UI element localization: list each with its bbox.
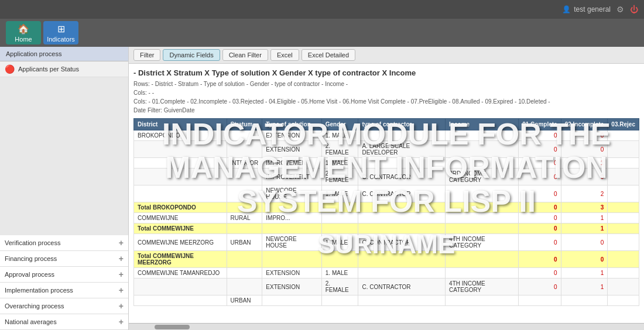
verification-label: Verification process — [5, 239, 119, 246]
sidebar-item-financing[interactable]: Financing process + — [0, 251, 128, 267]
table-cell — [446, 202, 519, 213]
table-cell — [134, 295, 227, 306]
approval-plus[interactable]: + — [119, 270, 124, 279]
report-header: - District X Stratum X Type of solution … — [133, 68, 639, 115]
table-cell: 1. MALE — [321, 130, 358, 141]
table-cell: C. CONTRACTOR — [358, 185, 446, 202]
table-cell — [262, 295, 321, 306]
username: test general — [574, 5, 611, 13]
table-cell: BROKOPONDO — [134, 130, 227, 141]
col-solution: Type of solution — [262, 119, 321, 130]
report-date-filter: Date Filter: GuivenDate — [133, 106, 639, 115]
home-label: Home — [15, 36, 32, 43]
table-cell — [358, 202, 446, 213]
table-cell: 0 — [561, 234, 608, 251]
indicators-label: Indicators — [47, 36, 75, 43]
excel-button[interactable]: Excel — [270, 49, 299, 61]
table-cell: NEWCORE HOUSE — [262, 185, 321, 202]
report-area[interactable]: - District X Stratum X Type of solution … — [129, 64, 644, 323]
table-cell — [227, 279, 262, 295]
table-cell — [608, 234, 639, 251]
navbar: 🏠 Home ⊞ Indicators — [0, 19, 644, 47]
home-button[interactable]: 🏠 Home — [6, 21, 41, 44]
sidebar-item-national[interactable]: National averages + — [0, 314, 128, 330]
table-cell: 1. MALE — [321, 234, 358, 251]
table-cell — [321, 213, 358, 224]
table-cell — [134, 141, 227, 158]
national-plus[interactable]: + — [119, 317, 124, 326]
table-cell: 2. FEMALE — [321, 141, 358, 158]
indicators-button[interactable]: ⊞ Indicators — [43, 21, 78, 44]
table-cell — [608, 158, 639, 169]
col-contractor: type of contractor — [358, 119, 446, 130]
table-cell: 0 — [561, 141, 608, 158]
table-cell — [446, 158, 519, 169]
table-cell — [227, 185, 262, 202]
table-cell — [608, 224, 639, 234]
col-incomplete: 02.Incomplete — [561, 119, 608, 130]
verification-plus[interactable]: + — [119, 238, 124, 248]
user-info: 👤 test general — [562, 5, 611, 13]
table-cell: RURAL — [227, 213, 262, 224]
table-cell — [134, 158, 227, 169]
applicants-label: Applicants per Status — [18, 66, 124, 73]
table-cell — [321, 251, 358, 268]
report-title: - District X Stratum X Type of solution … — [133, 68, 639, 77]
table-cell: A. LARGE SCALE DEVELOPER — [358, 141, 446, 158]
overarching-plus[interactable]: + — [119, 301, 124, 311]
table-cell — [227, 268, 262, 279]
table-cell: 0 — [561, 169, 608, 185]
sidebar-item-overarching[interactable]: Overarching process + — [0, 298, 128, 314]
table-cell: 0 — [561, 130, 608, 141]
table-cell: 0 — [519, 141, 561, 158]
home-icon: 🏠 — [18, 23, 29, 35]
sidebar-item-applicants[interactable]: 🔴 Applicants per Status — [0, 61, 128, 77]
sidebar-item-verification[interactable]: Verification process + — [0, 235, 128, 251]
table-cell — [262, 224, 321, 234]
settings-icon[interactable]: ⚙ — [616, 5, 624, 14]
dynamic-fields-button[interactable]: Dynamic Fields — [163, 49, 220, 61]
excel-detailed-button[interactable]: Excel Detailed — [302, 49, 355, 61]
col-gender: Gender — [321, 119, 358, 130]
col-district: District — [134, 119, 227, 130]
table-cell — [519, 295, 561, 306]
table-cell: EXTENSION — [262, 141, 321, 158]
clean-filter-button[interactable]: Clean Filter — [222, 49, 268, 61]
table-cell: 0 — [519, 279, 561, 295]
report-cols2: Cols: - 01.Complete - 02.Incomplete - 03… — [133, 97, 639, 106]
horizontal-scrollbar[interactable] — [129, 323, 644, 330]
power-icon[interactable]: ⏻ — [630, 5, 638, 14]
app-process-label: Application process — [6, 50, 61, 57]
table-cell — [608, 279, 639, 295]
financing-plus[interactable]: + — [119, 254, 124, 263]
table-cell: 1 — [561, 268, 608, 279]
table-cell: 0 — [519, 202, 561, 213]
table-cell: 0 — [519, 130, 561, 141]
table-cell: 1 — [561, 158, 608, 169]
table-cell: 1. MALE — [321, 185, 358, 202]
toolbar: Filter Dynamic Fields Clean Filter Excel… — [129, 47, 644, 64]
table-cell — [134, 279, 227, 295]
table-cell — [134, 185, 227, 202]
table-cell: Total COMMEWIJNE — [134, 224, 227, 234]
implementation-plus[interactable]: + — [119, 286, 124, 295]
filter-button[interactable]: Filter — [133, 49, 160, 61]
table-cell — [608, 202, 639, 213]
table-cell — [446, 295, 519, 306]
table-cell: IMPRO... — [262, 213, 321, 224]
scroll-thumb[interactable] — [155, 325, 190, 329]
sidebar-item-approval[interactable]: Approval process + — [0, 267, 128, 283]
table-cell — [227, 202, 262, 213]
table-cell — [358, 295, 446, 306]
table-cell: URBAN — [227, 234, 262, 251]
table-cell: 1. MALE — [321, 268, 358, 279]
table-cell: COMMEWIJNE MEERZORG — [134, 234, 227, 251]
table-cell: 0 — [519, 224, 561, 234]
table-cell — [262, 202, 321, 213]
sidebar-item-implementation[interactable]: Implementation process + — [0, 283, 128, 298]
table-cell: 0 — [519, 158, 561, 169]
col-stratum: Stratum — [227, 119, 262, 130]
table-cell — [608, 130, 639, 141]
table-cell — [321, 295, 358, 306]
table-cell — [446, 224, 519, 234]
